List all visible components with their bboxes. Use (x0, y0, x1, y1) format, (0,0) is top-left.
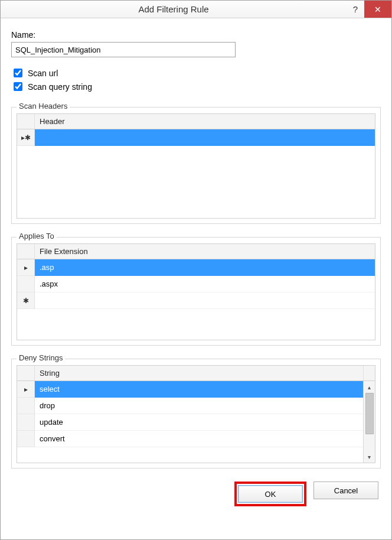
deny-strings-rows: ▸ select drop update (17, 381, 363, 463)
file-extension-cell[interactable]: .aspx (35, 276, 375, 292)
applies-to-new-row[interactable]: ✱ (17, 292, 375, 309)
row-selected-icon: ▸ (17, 259, 35, 276)
scrollbar-header-spacer (363, 366, 375, 380)
scroll-up-icon[interactable]: ▴ (364, 381, 375, 393)
scan-url-label: Scan url (28, 69, 58, 78)
new-row-indicator-icon: ✱ (17, 292, 35, 309)
deny-strings-scrollbar[interactable]: ▴ ▾ (363, 381, 375, 463)
scan-query-string-row[interactable]: Scan query string (11, 80, 381, 93)
file-extension-new-cell[interactable] (35, 292, 375, 309)
scroll-thumb[interactable] (365, 393, 374, 434)
applies-to-grid[interactable]: File Extension ▸ .asp .aspx ✱ (17, 243, 375, 340)
scan-url-checkbox[interactable] (14, 69, 22, 77)
scan-headers-body: ▸✱ (17, 129, 375, 218)
scan-headers-new-cell[interactable] (35, 129, 375, 146)
deny-string-cell[interactable]: drop (35, 398, 363, 414)
deny-strings-body-wrap: ▸ select drop update (17, 381, 375, 463)
applies-to-group: Applies To File Extension ▸ .asp .aspx (11, 237, 381, 346)
name-input[interactable] (11, 42, 236, 57)
close-icon: ✕ (374, 5, 381, 14)
deny-string-cell[interactable]: update (35, 414, 363, 431)
cancel-button[interactable]: Cancel (313, 482, 378, 499)
table-row[interactable]: convert (17, 431, 363, 447)
dialog-window: Add Filtering Rule ? ✕ Name: Scan url Sc… (0, 0, 392, 540)
deny-string-cell[interactable]: select (35, 381, 363, 398)
ok-button-highlight: OK (234, 482, 306, 506)
deny-string-cell[interactable]: convert (35, 431, 363, 447)
dialog-content: Name: Scan url Scan query string Scan He… (1, 18, 391, 539)
close-button[interactable]: ✕ (364, 1, 391, 18)
table-row[interactable]: ▸ select (17, 381, 363, 398)
applies-to-legend: Applies To (17, 232, 57, 240)
applies-to-column-header[interactable]: File Extension (35, 244, 375, 259)
row-handle-header (17, 366, 35, 380)
grid-header-row: File Extension (17, 244, 375, 259)
scan-headers-new-row[interactable]: ▸✱ (17, 129, 375, 146)
name-label: Name: (11, 30, 381, 40)
applies-to-body: ▸ .asp .aspx ✱ (17, 259, 375, 340)
name-field-row: Name: (11, 30, 381, 57)
row-selected-icon: ▸ (17, 381, 35, 398)
dialog-title: Add Filtering Rule (1, 4, 347, 14)
table-row[interactable]: drop (17, 398, 363, 414)
deny-strings-legend: Deny Strings (17, 353, 65, 362)
table-row[interactable]: update (17, 414, 363, 431)
deny-strings-column-header[interactable]: String (35, 366, 363, 380)
scan-query-string-label: Scan query string (28, 82, 92, 92)
row-handle-header (17, 114, 35, 129)
scan-headers-column-header[interactable]: Header (35, 114, 375, 129)
titlebar: Add Filtering Rule ? ✕ (1, 1, 391, 18)
grid-header-row: String (17, 366, 375, 381)
deny-strings-group: Deny Strings String ▸ select (11, 359, 381, 469)
row-handle (17, 431, 35, 447)
scroll-down-icon[interactable]: ▾ (364, 451, 375, 463)
table-row[interactable]: .aspx (17, 276, 375, 292)
scan-headers-group: Scan Headers Header ▸✱ (11, 107, 381, 224)
scan-query-string-checkbox[interactable] (14, 82, 22, 91)
new-row-indicator-icon: ▸✱ (17, 129, 35, 146)
deny-strings-grid[interactable]: String ▸ select drop (17, 365, 375, 463)
ok-button[interactable]: OK (238, 485, 303, 503)
table-row[interactable]: ▸ .asp (17, 259, 375, 276)
dialog-button-row: OK Cancel (11, 477, 381, 508)
row-handle (17, 414, 35, 431)
scan-headers-legend: Scan Headers (17, 102, 70, 110)
help-icon[interactable]: ? (347, 4, 364, 14)
row-handle-header (17, 244, 35, 259)
file-extension-cell[interactable]: .asp (35, 259, 375, 276)
scan-url-row[interactable]: Scan url (11, 67, 381, 79)
grid-header-row: Header (17, 114, 375, 129)
scan-headers-grid[interactable]: Header ▸✱ (17, 113, 375, 219)
row-handle (17, 276, 35, 292)
row-handle (17, 398, 35, 414)
